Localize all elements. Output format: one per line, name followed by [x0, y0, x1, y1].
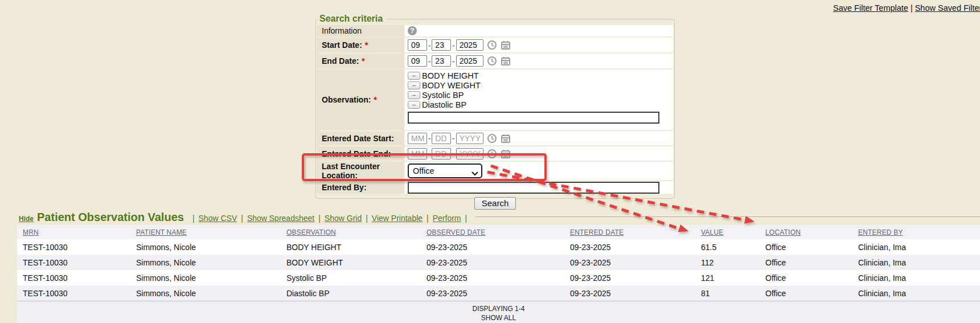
filter-template-links: Save Filter Template|Show Saved Filters [833, 3, 980, 13]
show-spreadsheet-link[interactable]: Show Spreadsheet [247, 214, 314, 223]
table-row[interactable]: TEST-10030 Simmons, Nicole BODY HEIGHT 0… [17, 239, 980, 255]
end-date-day-input[interactable] [432, 55, 451, 67]
column-header-value[interactable]: VALUE [695, 228, 760, 236]
cell-value: 112 [695, 258, 760, 267]
show-csv-link[interactable]: Show CSV [199, 214, 237, 223]
entered-date-start-month-input[interactable] [408, 133, 427, 144]
entered-date-end-label: Entered Date End: [317, 146, 404, 161]
remove-observation-button[interactable]: – [408, 81, 420, 89]
remove-observation-button[interactable]: – [408, 72, 420, 80]
entered-date-end-month-input[interactable] [408, 148, 427, 160]
table-row[interactable]: TEST-10030 Simmons, Nicole Systolic BP 0… [17, 270, 980, 285]
date-dash: - [428, 149, 430, 158]
column-header-entered-by[interactable]: ENTERED BY [852, 228, 980, 236]
results-section: Hide Patient Observation Values | Show C… [0, 211, 980, 323]
date-dash: - [452, 41, 454, 50]
cell-mrn: TEST-10030 [17, 273, 130, 283]
help-icon[interactable]: ? [408, 26, 417, 35]
title-separator: | [192, 214, 195, 223]
search-criteria-fieldset: Search criteria Information ? Start Date… [315, 14, 675, 199]
observation-label: Observation:* [317, 69, 404, 130]
last-encounter-location-row: Last Encounter Location: Office [317, 162, 673, 180]
observation-search-input[interactable] [408, 112, 659, 124]
hide-link[interactable]: Hide [19, 215, 34, 223]
calendar-icon[interactable] [501, 149, 511, 159]
entered-by-row: Entered By: [317, 181, 673, 194]
cell-observation: Diastolic BP [281, 289, 421, 298]
table-row[interactable]: TEST-10030 Simmons, Nicole BODY WEIGHT 0… [17, 255, 980, 270]
entered-date-start-row: Entered Date Start: - - [317, 131, 673, 145]
search-button[interactable]: Search [474, 197, 516, 210]
cell-entered-by: Clinician, Ima [852, 258, 980, 267]
information-row: Information ? [317, 25, 673, 36]
cell-observed-date: 09-23-2025 [421, 273, 564, 283]
cell-value: 121 [695, 273, 760, 283]
table-row[interactable]: TEST-10030 Simmons, Nicole Diastolic BP … [17, 285, 980, 301]
cell-observation: Systolic BP [281, 273, 421, 283]
observation-item: – Systolic BP [408, 90, 464, 100]
end-date-year-input[interactable] [456, 55, 483, 67]
column-header-patient-name[interactable]: PATIENT NAME [130, 228, 281, 236]
clock-icon[interactable] [487, 40, 497, 50]
end-date-row: End Date:* - - [317, 54, 673, 68]
entered-date-end-row: Entered Date End: - - [317, 146, 673, 161]
cell-entered-date: 09-23-2025 [564, 273, 695, 283]
entered-by-input[interactable] [408, 182, 659, 194]
cell-entered-by: Clinician, Ima [852, 273, 980, 283]
entered-date-start-label: Entered Date Start: [317, 131, 404, 145]
cell-entered-by: Clinician, Ima [852, 289, 980, 298]
show-all-link[interactable]: SHOW ALL [17, 313, 980, 322]
entered-date-end-year-input[interactable] [456, 148, 483, 160]
cell-location: Office [760, 258, 852, 267]
start-date-month-input[interactable] [408, 39, 427, 51]
cell-observation: BODY HEIGHT [281, 243, 421, 252]
displaying-count: DISPLAYING 1-4 [17, 304, 980, 313]
clock-icon[interactable] [487, 133, 497, 144]
entered-date-start-year-input[interactable] [456, 133, 483, 144]
start-date-year-input[interactable] [456, 39, 483, 51]
date-dash: - [452, 57, 454, 66]
information-label: Information [317, 25, 404, 36]
cell-location: Office [760, 289, 852, 298]
observation-item-label: Systolic BP [422, 91, 464, 100]
clock-icon[interactable] [487, 149, 497, 159]
view-printable-link[interactable]: View Printable [372, 214, 423, 223]
save-filter-template-link[interactable]: Save Filter Template [833, 3, 908, 13]
required-marker: * [362, 56, 364, 66]
perform-link[interactable]: Perform [433, 214, 461, 223]
remove-observation-button[interactable]: – [408, 91, 420, 99]
last-encounter-location-select[interactable]: Office [408, 163, 482, 178]
end-date-month-input[interactable] [408, 55, 427, 67]
cell-mrn: TEST-10030 [17, 243, 130, 252]
cell-mrn: TEST-10030 [17, 258, 130, 267]
entered-date-start-day-input[interactable] [432, 133, 451, 144]
cell-patient-name: Simmons, Nicole [130, 258, 281, 267]
column-header-mrn[interactable]: MRN [17, 228, 130, 236]
title-separator: | [366, 214, 368, 223]
required-marker: * [365, 40, 368, 50]
results-title-bar: Hide Patient Observation Values | Show C… [19, 211, 980, 225]
table-footer: DISPLAYING 1-4 SHOW ALL [17, 301, 980, 323]
column-header-entered-date[interactable]: ENTERED DATE [564, 228, 695, 236]
calendar-icon[interactable] [501, 56, 511, 66]
calendar-icon[interactable] [501, 133, 511, 144]
title-separator: | [427, 214, 429, 223]
show-grid-link[interactable]: Show Grid [325, 214, 362, 223]
cell-patient-name: Simmons, Nicole [130, 273, 281, 283]
observation-item-label: BODY HEIGHT [422, 71, 479, 80]
remove-observation-button[interactable]: – [408, 101, 420, 109]
search-criteria-legend: Search criteria [318, 14, 386, 24]
calendar-icon[interactable] [501, 40, 511, 50]
start-date-day-input[interactable] [432, 39, 451, 51]
date-dash: - [428, 134, 430, 142]
clock-icon[interactable] [487, 56, 497, 66]
cell-entered-date: 09-23-2025 [564, 289, 695, 298]
observation-item-label: BODY WEIGHT [422, 81, 481, 90]
observation-item: – Diastolic BP [408, 100, 466, 109]
show-saved-filters-link[interactable]: Show Saved Filters [915, 3, 980, 13]
column-header-observation[interactable]: OBSERVATION [281, 228, 421, 236]
column-header-observed-date[interactable]: OBSERVED DATE [421, 228, 564, 236]
column-header-location[interactable]: LOCATION [760, 228, 852, 236]
cell-value: 61.5 [695, 243, 760, 252]
entered-date-end-day-input[interactable] [432, 148, 451, 160]
